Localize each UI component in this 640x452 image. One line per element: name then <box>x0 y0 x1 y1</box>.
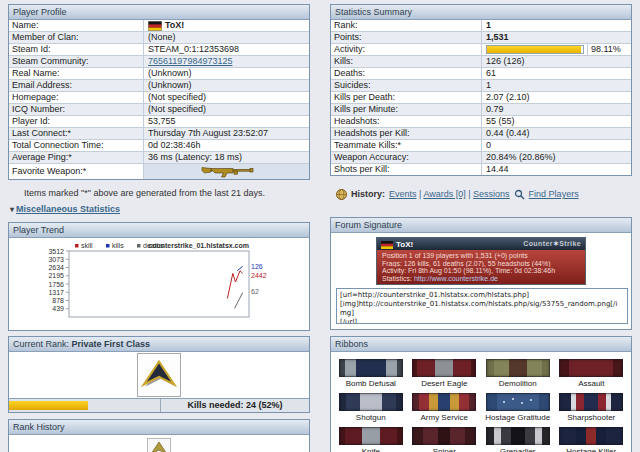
stats-label: Weapon Accuracy: <box>331 152 482 163</box>
banner-stats-label: Statistics: <box>382 275 412 282</box>
trend-chart-svg: 351230732634219517561317878439skillkills… <box>11 240 307 328</box>
stats-label: Points: <box>331 32 482 43</box>
stats-value: 20.84% (20.86%) <box>482 152 631 163</box>
ribbon-label: Shotgun <box>335 413 407 422</box>
favorite-weapon-icon <box>200 164 254 179</box>
stats-label: Kills per Minute: <box>331 104 482 115</box>
player-trend-panel: Player Trend 351230732634219517561317878… <box>8 222 310 331</box>
current-rank-panel: Current Rank: Private First Class Kills … <box>8 336 310 413</box>
signature-banner: ToX! Counter✶Strike Position 1 of 139 pl… <box>377 238 585 284</box>
history-link-events[interactable]: Events <box>389 189 417 199</box>
ribbon-label: Army Service <box>409 413 481 422</box>
profile-row: ICQ Number:(Not specified) <box>9 103 309 115</box>
stats-row: Kills per Minute:0.79 <box>331 103 631 115</box>
rank-history-insignia-icon <box>147 438 171 452</box>
find-players-link[interactable]: Find Players <box>529 189 579 199</box>
ribbon-label: Hostage Killer <box>556 447 628 452</box>
banner-line-frags: Frags: 126 kills, 61 deaths (2.07), 55 h… <box>382 260 580 268</box>
svg-text:skill: skill <box>81 242 93 249</box>
kills-needed-text: Kills needed: 24 (52%) <box>161 399 309 412</box>
ribbons-panel: Ribbons Bomb DefusalDesert EagleDemoliti… <box>330 336 632 452</box>
rank-history-body <box>9 435 309 452</box>
ribbon-label: Assault <box>556 379 628 388</box>
profile-label: Real Name: <box>9 68 144 79</box>
stats-value: 0.44 (0.44) <box>482 128 631 139</box>
right-column: Statistics Summary Rank:1Points:1,531Act… <box>330 4 632 452</box>
player-trend-chart: 351230732634219517561317878439skillkills… <box>11 240 307 328</box>
forum-signature-title: Forum Signature <box>331 218 631 233</box>
ribbon-grenadier <box>486 427 550 445</box>
stats-label: Headshots: <box>331 116 482 127</box>
ribbon-cell: Army Service <box>409 393 481 422</box>
history-links: Events | Awards [0] | Sessions <box>389 189 510 199</box>
stats-row: Activity:98.11% <box>331 43 631 55</box>
link-separator: | <box>466 189 473 199</box>
ribbon-sniper <box>412 427 476 445</box>
stats-label: Shots per Kill: <box>331 164 482 175</box>
ribbon-desert-eagle <box>412 359 476 377</box>
profile-value: (Unknown) <box>144 68 309 79</box>
stats-value: 2.07 (2.10) <box>482 92 631 103</box>
stats-row: Rank:1 <box>331 20 631 31</box>
counter-strike-logo: Counter✶Strike <box>523 240 581 248</box>
search-icon <box>514 188 525 199</box>
ribbon-sharpshooter <box>559 393 623 411</box>
profile-row: Steam Community:76561197984973125 <box>9 55 309 67</box>
steam-community-link[interactable]: 76561197984973125 <box>148 56 232 67</box>
stats-row: Kills per Death:2.07 (2.10) <box>331 91 631 103</box>
profile-value: 36 ms (Latency: 18 ms) <box>144 152 309 163</box>
ribbon-label: Demolition <box>482 379 554 388</box>
profile-value: 76561197984973125 <box>144 56 309 67</box>
banner-line-activity: Activity: Fri 8th Aug 01:50 (98.11%), Ti… <box>382 267 580 275</box>
bbcode-textarea[interactable]: [url=http://counterstrike_01.hlstatsx.co… <box>336 288 628 324</box>
profile-label: Steam Id: <box>9 44 144 55</box>
ribbon-cell: Sharpshooter <box>556 393 628 422</box>
profile-row: Steam Id:STEAM_0:1:12353698 <box>9 43 309 55</box>
stats-value: 14.44 <box>482 164 631 175</box>
misc-statistics-link[interactable]: Miscellaneous Statistics <box>16 204 120 214</box>
stats-value: 0 <box>482 140 631 151</box>
misc-statistics-row: ▾Miscellaneous Statistics <box>10 204 310 214</box>
ribbon-shotgun <box>339 393 403 411</box>
ribbon-knife <box>339 427 403 445</box>
ribbons-grid: Bomb DefusalDesert EagleDemolitionAssaul… <box>331 352 631 452</box>
footnote: Items marked "*" above are generated fro… <box>24 188 310 198</box>
ribbon-hostage-killer <box>559 427 623 445</box>
profile-label: ICQ Number: <box>9 104 144 115</box>
ribbon-cell: Shotgun <box>335 393 407 422</box>
player-trend-title: Player Trend <box>9 223 309 238</box>
stats-row: Headshots per Kill:0.44 (0.44) <box>331 127 631 139</box>
stats-row: Teammate Kills:*0 <box>331 139 631 151</box>
stats-label: Kills per Death: <box>331 92 482 103</box>
stats-row: Deaths:61 <box>331 67 631 79</box>
ribbon-cell: Bomb Defusal <box>335 359 407 388</box>
profile-row: Email Address:(Unknown) <box>9 79 309 91</box>
profile-row: Total Connection Time:0d 02:38:46h <box>9 139 309 151</box>
current-rank-name: Private First Class <box>72 339 151 349</box>
rank-history-panel: Rank History <box>8 419 310 452</box>
stats-label: Suicides: <box>331 80 482 91</box>
ribbon-label: Sharpshooter <box>556 413 628 422</box>
profile-label: Steam Community: <box>9 56 144 67</box>
history-link-awards[interactable]: Awards [0] <box>423 189 465 199</box>
ribbon-cell: Hostage Gratitude <box>482 393 554 422</box>
profile-value: 0d 02:38:46h <box>144 140 309 151</box>
banner-stats-url: http://www.counterstrike.de <box>414 275 498 282</box>
profile-label: Email Address: <box>9 80 144 91</box>
profile-row: Average Ping:*36 ms (Latency: 18 ms) <box>9 151 309 163</box>
ribbon-bomb-defusal <box>339 359 403 377</box>
ribbon-label: Hostage Gratitude <box>482 413 554 422</box>
history-label: History: <box>351 189 385 199</box>
history-link-sessions[interactable]: Sessions <box>473 189 510 199</box>
stats-label: Kills: <box>331 56 482 67</box>
profile-value: Thursday 7th August 23:52:07 <box>144 128 309 139</box>
profile-label: Last Connect:* <box>9 128 144 139</box>
svg-text:439: 439 <box>52 305 64 312</box>
activity-bar-fill <box>487 46 581 53</box>
svg-text:878: 878 <box>52 297 64 304</box>
left-column: Player Profile Name:ToX!Member of Clan:(… <box>8 4 310 452</box>
activity-bar-track <box>486 45 584 54</box>
ribbon-assault <box>559 359 623 377</box>
ribbon-cell: Assault <box>556 359 628 388</box>
statistics-summary-title: Statistics Summary <box>331 5 631 20</box>
